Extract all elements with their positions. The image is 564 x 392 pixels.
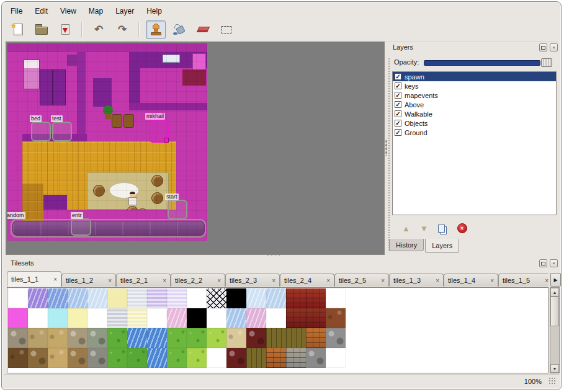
menu-edit[interactable]: Edit: [29, 5, 54, 17]
layer-row-walkable[interactable]: ✓ Walkable: [393, 109, 556, 118]
tileset-tile[interactable]: [127, 328, 147, 348]
tileset-tile[interactable]: [68, 288, 87, 308]
tileset-tile[interactable]: [306, 288, 326, 308]
layer-row-ground[interactable]: ✓ Ground: [393, 128, 556, 137]
tab-close-icon[interactable]: ×: [53, 276, 57, 283]
layer-row-mapevents[interactable]: ✓ mapevents: [393, 91, 556, 100]
tileset-tile[interactable]: [48, 308, 68, 328]
opacity-slider-handle[interactable]: [541, 58, 552, 67]
tileset-tab[interactable]: tiles_2_3 ×: [225, 274, 280, 287]
tileset-tile[interactable]: [207, 288, 226, 308]
tileset-tile[interactable]: [107, 328, 127, 348]
tileset-tile[interactable]: [187, 308, 207, 328]
tileset-tile[interactable]: [266, 308, 286, 328]
map-canvas[interactable]: bed test mikhail start random entr: [7, 43, 207, 241]
tileset-tile[interactable]: [147, 308, 167, 328]
new-button[interactable]: ★: [8, 20, 28, 39]
layer-visibility-checkbox[interactable]: ✓: [395, 92, 401, 99]
close-dock-button[interactable]: ×: [550, 43, 558, 51]
tileset-tile[interactable]: [167, 308, 187, 328]
tileset-tile[interactable]: [48, 288, 68, 308]
menu-map[interactable]: Map: [83, 5, 109, 17]
tileset-tab[interactable]: tiles_2_4 ×: [280, 274, 334, 287]
tileset-tile[interactable]: [207, 308, 226, 328]
tileset-tile[interactable]: [48, 348, 68, 368]
tileset-tile[interactable]: [306, 348, 326, 368]
stamp-tool-button[interactable]: [146, 20, 166, 39]
tileset-tab[interactable]: tiles_2_5 ×: [334, 274, 389, 287]
tileset-tile[interactable]: [48, 328, 68, 348]
layer-visibility-checkbox[interactable]: ✓: [395, 120, 401, 127]
map-object-test[interactable]: [52, 122, 72, 141]
tileset-vertical-scrollbar[interactable]: ▲ ▼: [550, 287, 560, 373]
tileset-tile[interactable]: [167, 288, 187, 308]
scroll-up-button[interactable]: ▲: [550, 288, 559, 296]
tileset-tile[interactable]: [127, 288, 147, 308]
map-object-start[interactable]: [168, 200, 187, 220]
tileset-tile[interactable]: [226, 308, 246, 328]
tileset-tile[interactable]: [68, 308, 87, 328]
tileset-tile[interactable]: [167, 348, 187, 368]
tileset-tile[interactable]: [306, 328, 326, 348]
tileset-tile[interactable]: [87, 328, 107, 348]
duplicate-layer-button[interactable]: [438, 225, 445, 233]
tileset-tile[interactable]: [147, 348, 167, 368]
tileset-tile[interactable]: [187, 328, 207, 348]
resize-grip[interactable]: [548, 377, 557, 385]
tileset-tile[interactable]: [306, 308, 326, 328]
layer-row-above[interactable]: ✓ Above: [393, 100, 556, 109]
tileset-tab[interactable]: tiles_1_1 ×: [7, 271, 61, 287]
tileset-tile[interactable]: [286, 348, 306, 368]
tab-close-icon[interactable]: ×: [381, 277, 385, 284]
tileset-tile[interactable]: [246, 328, 266, 348]
float-dock-button[interactable]: [539, 259, 547, 267]
layer-row-spawn[interactable]: ✓ spawn: [393, 72, 556, 81]
tileset-tile[interactable]: [207, 348, 226, 368]
tileset-tile[interactable]: [8, 348, 28, 368]
tileset-tile[interactable]: [28, 308, 48, 328]
tileset-tile[interactable]: [286, 328, 306, 348]
tileset-tab[interactable]: tiles_2_2 ×: [171, 274, 225, 287]
menu-file[interactable]: File: [4, 5, 29, 17]
tab-close-icon[interactable]: ×: [272, 277, 275, 284]
tileset-tile[interactable]: [326, 308, 346, 328]
tab-close-icon[interactable]: ×: [490, 277, 494, 284]
tileset-tile[interactable]: [326, 348, 346, 368]
layer-visibility-checkbox[interactable]: ✓: [395, 73, 401, 80]
layer-visibility-checkbox[interactable]: ✓: [395, 101, 401, 108]
layer-row-objects[interactable]: ✓ Objects: [393, 118, 556, 128]
tileset-tile[interactable]: [8, 308, 28, 328]
tab-layers[interactable]: Layers: [425, 239, 459, 253]
tileset-tab[interactable]: tiles_1_4 ×: [444, 274, 498, 287]
tab-close-icon[interactable]: ×: [436, 277, 439, 284]
tileset-tile[interactable]: [167, 328, 187, 348]
layer-row-keys[interactable]: ✓ keys: [393, 81, 556, 91]
menu-layer[interactable]: Layer: [109, 5, 140, 17]
scroll-down-button[interactable]: ▼: [550, 364, 559, 373]
tileset-tile[interactable]: [107, 288, 127, 308]
tileset-tile[interactable]: [326, 288, 346, 308]
tileset-tile[interactable]: [226, 288, 246, 308]
raise-layer-button[interactable]: ▲: [402, 224, 410, 233]
opacity-slider[interactable]: [424, 60, 540, 66]
undo-button[interactable]: ↶: [89, 20, 109, 39]
tileset-tile[interactable]: [226, 348, 246, 368]
layer-visibility-checkbox[interactable]: ✓: [395, 110, 401, 117]
tileset-tile[interactable]: [246, 288, 266, 308]
tileset-tab[interactable]: tiles_1_3 ×: [389, 274, 444, 287]
tileset-tile[interactable]: [147, 288, 167, 308]
tileset-tile[interactable]: [266, 288, 286, 308]
tileset-tile[interactable]: [8, 288, 28, 308]
menu-help[interactable]: Help: [140, 5, 168, 17]
tileset-tile[interactable]: [68, 348, 87, 368]
tab-scroll-right-button[interactable]: ▶: [550, 273, 561, 287]
tileset-tile[interactable]: [68, 328, 87, 348]
map-object-resize-handle[interactable]: [164, 138, 169, 143]
delete-layer-button[interactable]: ×: [457, 223, 467, 233]
tileset-tile[interactable]: [87, 288, 107, 308]
map-object-random[interactable]: [11, 219, 206, 238]
eraser-tool-button[interactable]: [193, 20, 213, 39]
tileset-tile[interactable]: [286, 308, 306, 328]
tileset-tile[interactable]: [127, 308, 147, 328]
redo-button[interactable]: ↷: [112, 20, 132, 39]
